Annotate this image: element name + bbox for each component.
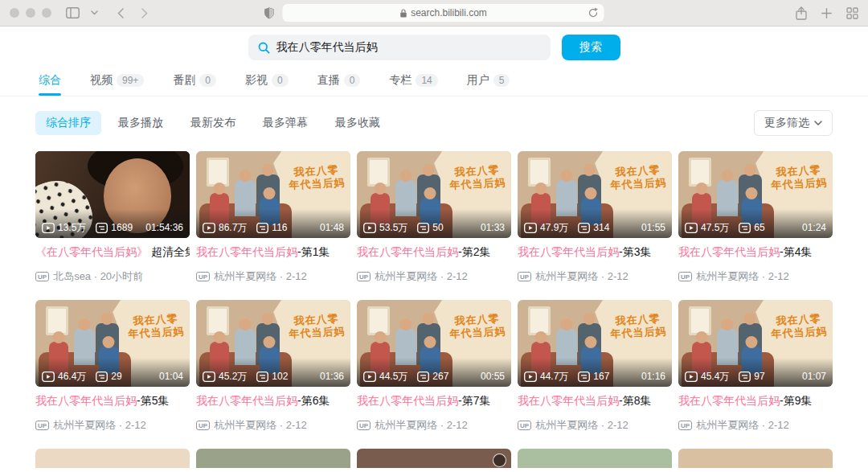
zoom-window-button[interactable] [42,8,51,18]
uploader-row[interactable]: UP 杭州半夏网络 · 2-12 [357,418,511,433]
uploader-row[interactable]: UP 杭州半夏网络 · 2-12 [35,418,190,433]
share-icon[interactable] [796,6,807,20]
title-rest: 超清全集 [148,245,190,258]
search-input[interactable]: 我在八零年代当后妈 [248,35,551,60]
video-card-partial[interactable] [357,449,511,468]
title-keyword-highlight: 我在八零年代当后妈 [196,245,297,258]
search-bar: 我在八零年代当后妈 搜索 [0,35,868,60]
uploader-row[interactable]: UP 杭州半夏网络 · 2-12 [196,269,350,284]
video-thumbnail[interactable]: 我在八零 年代当后妈 44.7万 [518,300,672,387]
address-bar[interactable]: search.bilibili.com [283,4,604,22]
video-thumbnail[interactable]: 我在八零 年代当后妈 47.5万 [678,151,833,238]
video-title[interactable]: 我在八零年代当后妈-第3集 [518,245,672,260]
chevron-down-icon[interactable] [91,10,98,15]
tab-users[interactable]: 用户 5 [467,73,510,96]
forward-button-icon[interactable] [141,8,148,18]
tab-overview-icon[interactable] [846,7,858,19]
danmaku-icon [96,371,108,382]
filter-newest[interactable]: 最新发布 [180,111,246,135]
video-thumbnail[interactable]: 我在八零 年代当后妈 47.9万 [518,151,672,238]
title-keyword-highlight: 我在八零年代当后妈 [357,394,458,407]
video-card[interactable]: 我在八零 年代当后妈 45.4万 [678,300,833,433]
tab-movies[interactable]: 影视 0 [245,73,289,96]
video-card[interactable]: 我在八零 年代当后妈 47.9万 [518,151,672,284]
video-card[interactable]: 我在八零 年代当后妈 44.5万 [357,300,511,433]
video-title[interactable]: 我在八零年代当后妈-第5集 [35,394,190,408]
video-title[interactable]: 我在八零年代当后妈-第4集 [678,245,833,260]
uploader-row[interactable]: UP 杭州半夏网络 · 2-12 [518,269,672,284]
video-title[interactable]: 我在八零年代当后妈-第8集 [518,394,672,408]
tab-comprehensive[interactable]: 综合 [39,73,61,96]
uploader-row[interactable]: UP 杭州半夏网络 · 2-12 [196,418,350,433]
search-button[interactable]: 搜索 [562,35,620,60]
uploader-row[interactable]: UP 北岛sea · 20小时前 [35,269,190,284]
play-count-icon [363,371,376,382]
danmaku-icon [256,223,268,233]
video-duration: 01:07 [802,371,826,382]
danmaku-count: 167 [578,371,609,382]
title-rest: -第6集 [297,394,330,407]
tab-articles[interactable]: 专栏 14 [389,73,437,96]
play-count: 47.5万 [685,221,729,235]
more-filters-button[interactable]: 更多筛选 [754,110,833,136]
video-title[interactable]: 我在八零年代当后妈-第9集 [678,394,833,408]
up-icon: UP [518,421,531,430]
tab-bangumi[interactable]: 番剧 0 [173,73,216,96]
new-tab-icon[interactable] [821,8,832,18]
video-card[interactable]: 我在八零 年代当后妈 45.2万 [196,300,350,433]
uploader-row[interactable]: UP 杭州半夏网络 · 2-12 [678,418,833,433]
filter-most-danmaku[interactable]: 最多弹幕 [252,111,318,135]
title-rest: -第2集 [458,245,490,258]
title-keyword-highlight: 我在八零年代当后妈 [518,245,619,258]
video-card[interactable]: 我在八零 年代当后妈 53.5万 [357,151,511,284]
watch-later-icon[interactable] [493,454,506,467]
tab-live[interactable]: 直播 0 [317,73,361,96]
video-title[interactable]: 我在八零年代当后妈-第6集 [196,394,350,408]
uploader-text: 杭州半夏网络 · 2-12 [375,418,468,433]
browser-chrome: search.bilibili.com [0,0,868,27]
minimize-window-button[interactable] [26,8,35,18]
video-card-partial[interactable] [35,449,190,468]
video-thumbnail[interactable]: 我在八零 年代当后妈 45.2万 [196,300,350,387]
video-thumbnail[interactable]: 我在八零 年代当后妈 53.5万 [357,151,511,238]
video-card[interactable]: 我在八零 年代当后妈 46.4万 [35,300,190,433]
up-icon: UP [35,421,49,430]
video-thumbnail[interactable]: 我在八零 年代当后妈 46.4万 [35,300,190,387]
sidebar-icon[interactable] [66,7,80,18]
filter-most-favorited[interactable]: 最多收藏 [325,111,391,135]
video-title[interactable]: 我在八零年代当后妈-第2集 [357,245,511,260]
title-rest: -第1集 [297,245,330,258]
play-count-icon [203,223,215,233]
thumbnail-stats-overlay: 44.5万 267 00:55 [357,358,511,387]
uploader-row[interactable]: UP 杭州半夏网络 · 2-12 [678,269,833,284]
close-window-button[interactable] [10,8,19,18]
title-keyword-highlight: 《在八零年代当后妈》 [35,245,148,258]
tab-video[interactable]: 视频 99+ [90,73,144,96]
video-thumbnail[interactable]: 我在八零 年代当后妈 44.5万 [357,300,511,387]
video-title[interactable]: 我在八零年代当后妈-第1集 [196,245,350,260]
video-card[interactable]: 我在八零 年代当后妈 44.7万 [518,300,672,433]
video-card-partial[interactable] [196,449,350,468]
uploader-row[interactable]: UP 杭州半夏网络 · 2-12 [518,418,672,433]
video-card[interactable]: 我在八零 年代当后妈 47.5万 [678,151,833,284]
video-card[interactable]: 我在八零 年代当后妈 13.5万 [35,151,190,284]
reload-icon[interactable] [588,7,599,18]
danmaku-icon [578,223,590,233]
video-card[interactable]: 我在八零 年代当后妈 86.7万 [196,151,350,284]
filter-most-played[interactable]: 最多播放 [108,111,174,135]
video-card-partial[interactable] [678,449,833,468]
video-card-partial[interactable] [518,449,672,468]
video-title[interactable]: 《在八零年代当后妈》 超清全集 [35,245,190,260]
video-thumbnail[interactable]: 我在八零 年代当后妈 45.4万 [678,300,833,387]
video-thumbnail[interactable]: 我在八零 年代当后妈 13.5万 [35,151,190,238]
video-thumbnail[interactable]: 我在八零 年代当后妈 86.7万 [196,151,350,238]
uploader-text: 杭州半夏网络 · 2-12 [696,418,789,433]
title-keyword-highlight: 我在八零年代当后妈 [518,394,619,407]
video-title[interactable]: 我在八零年代当后妈-第7集 [357,394,511,408]
privacy-shield-icon[interactable] [264,7,275,19]
back-button-icon[interactable] [117,8,124,18]
filter-comprehensive-sort[interactable]: 综合排序 [35,111,101,135]
poster-title-text: 我在八零 年代当后妈 [609,163,667,191]
uploader-row[interactable]: UP 杭州半夏网络 · 2-12 [357,269,511,284]
uploader-text: 杭州半夏网络 · 2-12 [375,269,468,284]
